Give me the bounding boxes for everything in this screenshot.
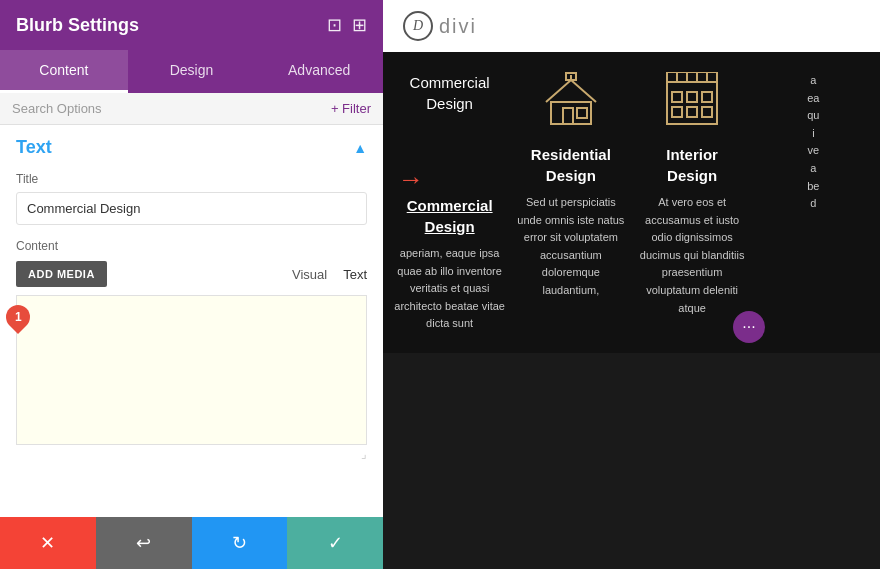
- add-media-button[interactable]: ADD MEDIA: [16, 261, 107, 287]
- card-1-title-top: CommercialDesign: [410, 72, 490, 114]
- panel-header: Blurb Settings ⊡ ⊞: [0, 0, 383, 50]
- card-4-body: aeaquiveabed: [807, 72, 819, 213]
- search-placeholder-text: Search Options: [12, 101, 331, 116]
- svg-rect-14: [687, 92, 697, 102]
- section-title: Text: [16, 137, 52, 158]
- card-2-title: ResidentialDesign: [531, 144, 611, 186]
- right-panel: D divi CommercialDesign → CommercialDesi…: [383, 0, 880, 569]
- title-input[interactable]: [16, 192, 367, 225]
- svg-rect-1: [563, 108, 573, 124]
- svg-rect-17: [687, 107, 697, 117]
- content-textarea[interactable]: [16, 295, 367, 445]
- building-icon: [662, 72, 722, 136]
- editor-tab-text[interactable]: Text: [343, 265, 367, 284]
- divi-name: divi: [439, 15, 477, 38]
- text-area-container: 1: [16, 295, 367, 449]
- left-panel: Blurb Settings ⊡ ⊞ Content Design Advanc…: [0, 0, 383, 569]
- undo-button[interactable]: ↩: [96, 517, 192, 569]
- card-1: CommercialDesign → CommercialDesign aper…: [393, 72, 506, 333]
- editor-tab-visual[interactable]: Visual: [292, 265, 327, 284]
- tab-advanced[interactable]: Advanced: [255, 50, 383, 93]
- editor-toolbar: ADD MEDIA Visual Text: [16, 261, 367, 287]
- card-2-body: Sed ut perspiciatis unde omnis iste natu…: [514, 194, 627, 300]
- arrow-right-icon: →: [398, 164, 424, 195]
- tab-bar: Content Design Advanced: [0, 50, 383, 93]
- svg-rect-13: [672, 92, 682, 102]
- confirm-button[interactable]: ✓: [287, 517, 383, 569]
- svg-rect-2: [577, 108, 587, 118]
- card-1-title-bottom: CommercialDesign: [407, 195, 493, 237]
- divi-header: D divi: [383, 0, 880, 52]
- card-3-title: InteriorDesign: [666, 144, 718, 186]
- header-icons: ⊡ ⊞: [327, 14, 367, 36]
- filter-button[interactable]: + Filter: [331, 101, 371, 116]
- house-icon: [541, 72, 601, 136]
- svg-rect-15: [702, 92, 712, 102]
- divi-logo: D: [403, 11, 433, 41]
- cancel-button[interactable]: ✕: [0, 517, 96, 569]
- card-2: ResidentialDesign Sed ut perspiciatis un…: [514, 72, 627, 333]
- card-4: aeaquiveabed: [757, 72, 870, 333]
- panel-content: Text ▲ Title Content ADD MEDIA Visual Te…: [0, 125, 383, 517]
- card-3-body: At vero eos et accusamus et iusto odio d…: [636, 194, 749, 317]
- tab-design[interactable]: Design: [128, 50, 256, 93]
- section-header: Text ▲: [16, 137, 367, 158]
- search-bar: Search Options + Filter: [0, 93, 383, 125]
- more-dots-button[interactable]: ···: [733, 311, 765, 343]
- editor-tab-bar: Visual Text: [292, 265, 367, 284]
- resize-handle[interactable]: ⌟: [16, 447, 367, 461]
- svg-rect-16: [672, 107, 682, 117]
- card-1-body: aperiam, eaque ipsa quae ab illo invento…: [393, 245, 506, 333]
- chevron-up-icon[interactable]: ▲: [353, 140, 367, 156]
- content-label: Content: [16, 239, 367, 253]
- grid-icon[interactable]: ⊞: [352, 14, 367, 36]
- action-bar: ✕ ↩ ↻ ✓: [0, 517, 383, 569]
- fullscreen-icon[interactable]: ⊡: [327, 14, 342, 36]
- redo-button[interactable]: ↻: [192, 517, 288, 569]
- card-3: InteriorDesign At vero eos et accusamus …: [636, 72, 749, 333]
- svg-rect-0: [551, 102, 591, 124]
- svg-rect-18: [702, 107, 712, 117]
- title-label: Title: [16, 172, 367, 186]
- panel-title: Blurb Settings: [16, 15, 139, 36]
- tab-content[interactable]: Content: [0, 50, 128, 93]
